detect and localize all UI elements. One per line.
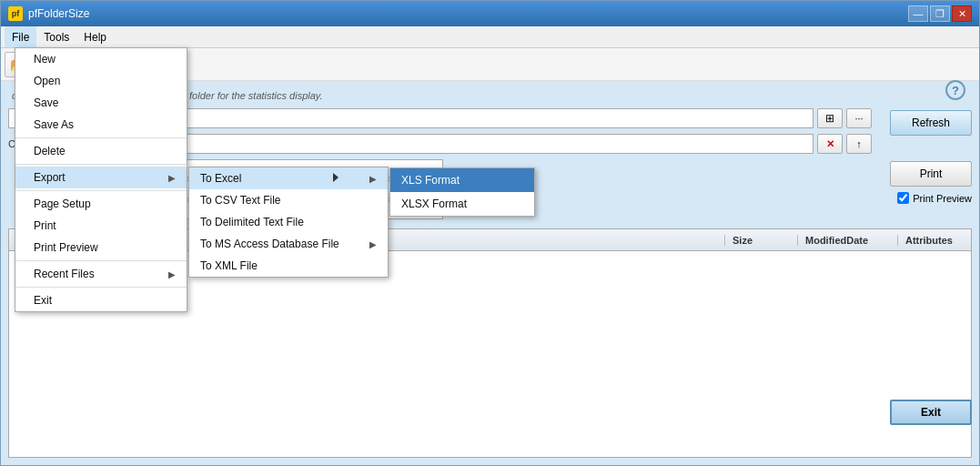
menu-item-export[interactable]: Export ▶ To Excel ▶ XLS Format XLSX Form…	[15, 167, 187, 188]
menu-item-delete[interactable]: Delete	[15, 140, 187, 162]
menu-item-exit[interactable]: Exit	[15, 289, 187, 311]
xlsx-format-item[interactable]: XLSX Format	[390, 192, 534, 216]
menu-item-recent-files[interactable]: Recent Files ▶	[15, 263, 187, 285]
file-menu-trigger[interactable]: File	[5, 26, 36, 47]
restore-button[interactable]: ❐	[930, 5, 950, 22]
help-icon[interactable]: ?	[945, 80, 965, 100]
menu-item-save-as[interactable]: Save As	[15, 114, 187, 136]
menu-separator-3	[15, 190, 187, 191]
recent-files-arrow-icon: ▶	[168, 269, 176, 279]
menu-item-page-setup[interactable]: Page Setup	[15, 193, 187, 215]
title-controls: — ❐ ✕	[908, 5, 972, 22]
col-modified-date: ModifiedDate	[798, 235, 898, 246]
menu-item-open[interactable]: Open	[15, 70, 187, 92]
menu-bar: File Tools Help	[1, 26, 979, 48]
app-icon: pf	[8, 6, 23, 21]
cursor-icon	[333, 173, 338, 182]
exit-button[interactable]: Exit	[890, 400, 972, 425]
window-title: pfFolderSize	[28, 7, 89, 20]
export-to-excel[interactable]: To Excel ▶ XLS Format XLSX Format	[189, 167, 388, 189]
print-preview-label: Print Preview	[913, 193, 972, 204]
right-action-buttons: Print Print Preview	[890, 125, 972, 204]
menu-item-new[interactable]: New	[15, 48, 187, 70]
file-menu: New Open Save Save As Delete Export ▶ To…	[15, 47, 187, 312]
print-preview-checkbox[interactable]	[897, 192, 909, 204]
access-arrow-icon: ▶	[369, 239, 377, 249]
export-to-delimited[interactable]: To Delimited Text File	[189, 211, 388, 233]
grid-view-button[interactable]: ⊞	[817, 108, 843, 128]
export-to-csv[interactable]: To CSV Text File	[189, 189, 388, 211]
exit-button-container: Exit	[890, 400, 972, 425]
menu-item-print[interactable]: Print	[15, 215, 187, 237]
col-attributes: Attributes	[898, 235, 971, 246]
menu-separator-1	[15, 137, 187, 138]
export-to-xml[interactable]: To XML File	[189, 255, 388, 277]
close-button[interactable]: ✕	[952, 5, 972, 22]
tools-menu-trigger[interactable]: Tools	[36, 26, 76, 47]
browse-button[interactable]: ···	[846, 108, 872, 128]
col-size: Size	[725, 235, 798, 246]
excel-arrow-icon: ▶	[369, 174, 377, 184]
excel-submenu: XLS Format XLSX Format	[389, 167, 535, 217]
export-to-ms-access[interactable]: To MS Access Database File ▶	[189, 233, 388, 255]
menu-separator-5	[15, 287, 187, 288]
menu-separator-4	[15, 260, 187, 261]
menu-item-print-preview[interactable]: Print Preview	[15, 237, 187, 258]
print-button[interactable]: Print	[890, 161, 972, 187]
menu-item-save[interactable]: Save	[15, 92, 187, 114]
up-folder-button[interactable]: ↑	[846, 134, 872, 154]
title-bar: pf pfFolderSize — ❐ ✕	[1, 1, 979, 26]
minimize-button[interactable]: —	[908, 5, 928, 22]
export-submenu: To Excel ▶ XLS Format XLSX Format To CSV…	[188, 167, 389, 278]
menu-separator-2	[15, 164, 187, 165]
title-bar-left: pf pfFolderSize	[8, 6, 89, 21]
clear-folder-button[interactable]: ✕	[817, 134, 843, 154]
print-preview-row: Print Preview	[897, 192, 972, 204]
current-folder-input[interactable]	[79, 134, 813, 154]
xls-format-item[interactable]: XLS Format	[390, 168, 534, 192]
export-arrow-icon: ▶	[168, 173, 176, 183]
help-menu-trigger[interactable]: Help	[76, 26, 114, 47]
